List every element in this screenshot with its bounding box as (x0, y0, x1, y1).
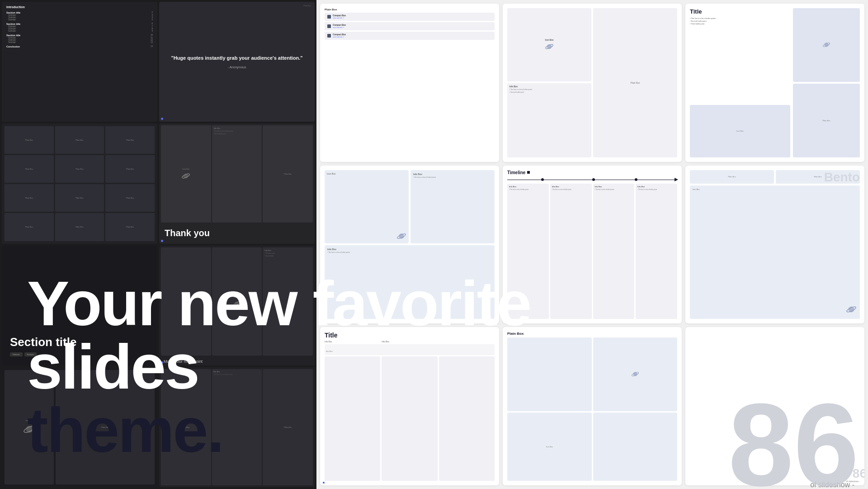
timeline-title: Timeline (507, 170, 525, 175)
info-box-t4: Info Box (637, 185, 675, 188)
planet-icon-light (545, 43, 553, 51)
plainbox-label-b: Plain Box (101, 426, 109, 428)
subtopic-badge-1: Subtopic (10, 352, 23, 356)
dark-slide-thankyou: Icon Box Info Box • The first in a list … (159, 123, 315, 243)
dark-panel: Introduction Section title 2 Subtopic3 S… (0, 0, 316, 489)
info-box-r3-1: Info Box (325, 341, 380, 343)
pb-label: Plain Box (76, 197, 84, 199)
planet-icon-r2c1 (397, 232, 406, 241)
placeholder-box-2 (593, 413, 678, 481)
timeline-arrow (675, 178, 678, 181)
compact-link: external link ↗ (333, 17, 492, 19)
light-slide-iconinfo: Icon Box Info Box • The first in a list … (503, 4, 682, 162)
pb-label: Plain Box (25, 197, 33, 199)
iconbox-label-b: Icon Box (26, 419, 33, 422)
placeholder-r3-1 (325, 356, 380, 481)
infobox-label-b2: Info Box (213, 370, 261, 373)
pb-label: Plain Box (76, 226, 84, 228)
pb-label: Plain Box (76, 168, 84, 170)
plainbox-label: Plain Box (284, 173, 292, 175)
dark-slide-bottom-2: Icon Box Info Box • The first in a list … (159, 367, 315, 487)
plainbox-label-b2: Plain Box (284, 426, 292, 428)
slide-title: Title (690, 8, 790, 15)
light-slide-bento: Plain Box Plain Box Icon Box Ben (685, 166, 864, 324)
toc-sub: Subtopic5 (6, 19, 153, 21)
planet-icon-lg (24, 423, 35, 435)
toc-sub: Subtopic13 (6, 41, 153, 43)
pb-label: Plain Box (76, 139, 84, 141)
infobox-label: Info Box (214, 127, 260, 129)
bullet-3: • Third bullet point (690, 23, 790, 25)
plainbox-label: Plain Box (182, 300, 190, 303)
bullet1: • The first in a list of bullet points (214, 130, 260, 132)
light-slide-r3c2: Plain Box Icon Box (503, 327, 682, 485)
info-box-t2: Info Box (552, 185, 590, 188)
plain-box-header: Plain Box (325, 8, 495, 11)
slide-r3c2-label: Plain Box (507, 332, 677, 336)
dark-slide-plain-boxes: Plain Box Plain Box Plain Box Plain Box … (2, 123, 157, 243)
section-title: Section title (10, 336, 149, 349)
planet-r3c2 (632, 370, 639, 378)
info-box-r2c1: Info Box (413, 173, 492, 176)
planet-icon-r1c3 (823, 41, 830, 48)
bullet2: • Second bullet point (214, 133, 260, 135)
pb-label: Plain Box (126, 226, 134, 228)
light-icon-label: Icon Box (545, 39, 553, 41)
plain-box-label-r1c3: Plain Box (823, 119, 830, 122)
info-box-r3-3: Info Box (326, 350, 333, 352)
compact-link-3: external link ↗ (333, 36, 492, 38)
plain-box-bento-1: Plain Box (728, 176, 736, 178)
icon-box-r3c2: Icon Box (546, 446, 553, 448)
planet-icon-small (233, 300, 241, 307)
toc-sub: Subtopic9 (6, 30, 153, 32)
bullet-1: • The first in a list of bullet points (690, 17, 790, 19)
placeholder-r3-3 (439, 356, 495, 481)
light-info-label: Info Box (509, 85, 589, 88)
subtopic-badge-2: Subtopic (24, 352, 37, 356)
placeholder-r3-2 (382, 356, 437, 481)
infobox-label: Info Box (264, 249, 311, 252)
light-slide-title-bullets: Title • The first in a list of bullet po… (685, 4, 864, 162)
iconbox-label: Icon Box (183, 168, 190, 170)
main-point-text: Make your main point (159, 356, 315, 366)
toc-conclusion: Conclusion (6, 45, 20, 48)
info-box-t3: Info Box (595, 185, 633, 188)
light-slide-r2c1: Icon Box Info Box • The first in a list … (320, 166, 499, 324)
light-slide-r3c1: Title Info Box Info Box Info Box (320, 327, 499, 485)
quote-text: "Huge quotes instantly grab your audienc… (171, 55, 302, 62)
planet-icon (182, 172, 190, 180)
dark-slide-mixed: Plain Box Icon Box Info Box • The first … (159, 246, 315, 366)
info-box-t1: Info Box (509, 185, 547, 188)
toc-num-4: 14 (149, 45, 153, 48)
quote-author: - Anonymous (228, 66, 246, 69)
slide-title-r3: Title (325, 332, 495, 339)
icon-box-r2c1: Icon Box (327, 172, 335, 175)
compact-icon-2 (327, 24, 331, 28)
timeline-dot-2 (592, 178, 595, 181)
pb-label: Plain Box (126, 197, 134, 199)
light-slide-compact: Plain Box Compact Box external link ↗ Co… (320, 4, 499, 162)
thankyou-text: Thank you (165, 228, 309, 238)
info-box-bottom-r2c1: Info Box (327, 248, 492, 251)
bullet-2: • Second bullet point (690, 20, 790, 22)
light-plain-label: Plain Box (630, 81, 640, 84)
slide-counter-container: 86 of slideshow - (728, 386, 868, 489)
dark-slide-toc: Introduction Section title 2 Subtopic3 S… (2, 2, 157, 122)
icon-box-bento: Icon Box (693, 188, 700, 190)
pb-label: Plain Box (25, 168, 33, 170)
iconbox-label: Icon Box (233, 296, 241, 298)
pb-label: Plain Box (25, 226, 33, 228)
pb-label: Plain Box (25, 139, 33, 141)
bullet-1: • The first in a list of bullet points (509, 89, 589, 90)
timeline-dot-1 (541, 178, 544, 181)
timeline-dot-3 (635, 178, 637, 181)
slide-number: 86 (728, 386, 859, 489)
plain-box-bento-2: Plain Box (814, 176, 822, 178)
info-box-r3-2: Info Box (382, 341, 437, 343)
iconbox-label-b2: Icon Box (183, 426, 190, 428)
compact-icon-3 (327, 34, 331, 38)
dark-slide-quote: "Huge quotes instantly grab your audienc… (159, 2, 315, 122)
main-container: Introduction Section title 2 Subtopic3 S… (0, 0, 868, 489)
bullet-2: • Second bullet point (509, 91, 589, 93)
compact-icon (327, 15, 331, 19)
